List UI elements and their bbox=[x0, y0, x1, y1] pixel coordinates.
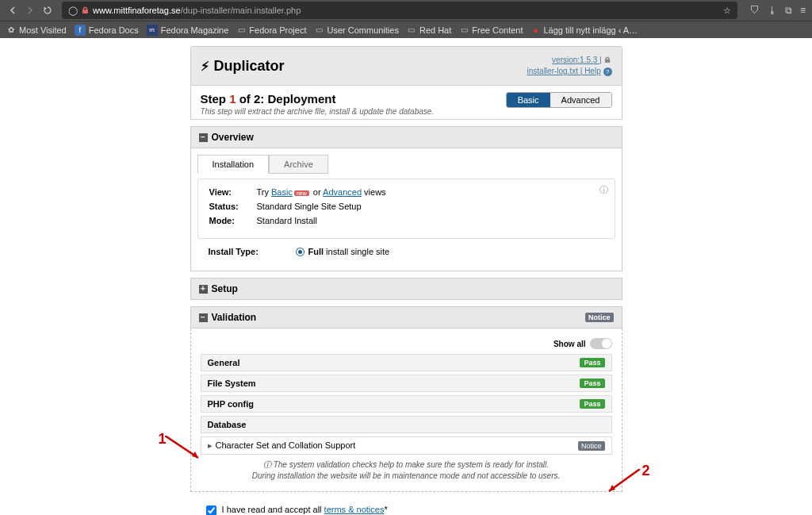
tab-archive[interactable]: Archive bbox=[269, 155, 328, 174]
show-all-toggle[interactable] bbox=[590, 338, 612, 349]
version-link[interactable]: version:1.5.3 | bbox=[552, 56, 602, 64]
collapse-icon: − bbox=[199, 313, 208, 322]
reload-button[interactable] bbox=[41, 4, 54, 17]
terms-link[interactable]: terms & notices bbox=[324, 505, 385, 514]
installer-log-link[interactable]: installer-log.txt | Help bbox=[527, 67, 601, 75]
mode-toggle[interactable]: Basic Advanced bbox=[506, 92, 612, 108]
gear-icon: ✿ bbox=[6, 25, 16, 35]
browser-toolbar: ◯ 🔒︎ www.mittfinaforetag.se/dup-installe… bbox=[0, 0, 812, 21]
info-mode-label: Mode: bbox=[209, 216, 257, 225]
bookmark-free-content[interactable]: ▭Free Content bbox=[459, 25, 523, 35]
bookmark-star-icon[interactable]: ☆ bbox=[723, 6, 731, 16]
folder-icon: ▭ bbox=[314, 25, 324, 35]
install-type-radio[interactable] bbox=[296, 248, 304, 256]
expand-icon: + bbox=[199, 285, 208, 294]
info-view-label: View: bbox=[209, 187, 257, 197]
folder-icon: ▭ bbox=[459, 25, 469, 35]
collapse-icon: − bbox=[199, 133, 208, 142]
validation-row-database[interactable]: Database bbox=[201, 416, 612, 433]
validation-subrow-charset[interactable]: ▸Character Set and Collation SupportNoti… bbox=[201, 436, 612, 455]
section-overview-header[interactable]: −Overview bbox=[190, 126, 622, 148]
install-type-option: Full install single site bbox=[308, 247, 390, 256]
bookmark-fedora-project[interactable]: ▭Fedora Project bbox=[236, 25, 306, 35]
folder-icon: ▭ bbox=[407, 25, 416, 35]
installer-container: ⚡︎Duplicator version:1.5.3 | 🔒︎ installe… bbox=[190, 46, 622, 515]
url-path: /dup-installer/main.installer.php bbox=[181, 6, 301, 15]
bookmark-fedora-magazine[interactable]: mFedora Magazine bbox=[147, 25, 229, 36]
url-bar[interactable]: ◯ 🔒︎ www.mittfinaforetag.se/dup-installe… bbox=[62, 2, 737, 19]
annotation-2: 2 bbox=[642, 463, 649, 479]
bookmark-wordpress[interactable]: ●Lägg till nytt inlägg ‹ A… bbox=[531, 25, 638, 35]
help-icon[interactable]: ? bbox=[603, 67, 612, 76]
step-title: Step 1 of 2: Deployment bbox=[201, 92, 435, 106]
bookmarks-bar: ✿Most Visited fFedora Docs mFedora Magaz… bbox=[0, 21, 812, 38]
advanced-view-link[interactable]: Advanced bbox=[323, 187, 362, 197]
validation-row-phpconfig[interactable]: PHP configPass bbox=[201, 395, 612, 413]
new-badge: new bbox=[294, 190, 309, 196]
section-setup-header[interactable]: +Setup bbox=[190, 278, 622, 300]
app-title: ⚡︎Duplicator bbox=[201, 58, 285, 75]
terms-checkbox[interactable] bbox=[206, 505, 216, 515]
help-icon[interactable]: ⓘ bbox=[599, 184, 608, 196]
info-box: ⓘ View:Try Basicnew or Advanced views St… bbox=[197, 179, 615, 239]
downloads-icon[interactable]: ⭳ bbox=[768, 5, 777, 16]
back-button[interactable] bbox=[6, 4, 19, 17]
bookmark-red-hat[interactable]: ▭Red Hat bbox=[407, 25, 451, 35]
info-icon: ⓘ bbox=[263, 460, 271, 469]
lock-icon: 🔒︎ bbox=[81, 6, 90, 15]
fedora-icon: f bbox=[75, 25, 86, 36]
mode-basic-button[interactable]: Basic bbox=[507, 93, 550, 107]
validation-note: ⓘ The system validation checks help to m… bbox=[201, 459, 612, 482]
extensions-icon[interactable]: ⧉ bbox=[785, 5, 792, 16]
panel-header: ⚡︎Duplicator version:1.5.3 | 🔒︎ installe… bbox=[190, 46, 622, 86]
notice-badge: Notice bbox=[578, 441, 605, 451]
terms-text: I have read and accept all terms & notic… bbox=[222, 505, 388, 514]
bookmark-most-visited[interactable]: ✿Most Visited bbox=[6, 25, 67, 35]
info-status-label: Status: bbox=[209, 202, 257, 211]
validation-row-filesystem[interactable]: File SystemPass bbox=[201, 375, 612, 392]
terms-row: I have read and accept all terms & notic… bbox=[206, 505, 622, 515]
mode-advanced-button[interactable]: Advanced bbox=[550, 93, 611, 107]
info-view-value: Try Basicnew or Advanced views bbox=[257, 187, 386, 197]
overview-body: Installation Archive ⓘ View:Try Basicnew… bbox=[190, 148, 622, 271]
info-status-value: Standard Single Site Setup bbox=[257, 202, 362, 211]
info-mode-value: Standard Install bbox=[257, 216, 317, 225]
validation-body: Show all GeneralPass File SystemPass PHP… bbox=[190, 329, 622, 492]
annotation-1: 1 bbox=[159, 431, 167, 448]
tab-installation[interactable]: Installation bbox=[197, 155, 270, 174]
pass-badge: Pass bbox=[580, 399, 604, 409]
bookmark-fedora-docs[interactable]: fFedora Docs bbox=[75, 25, 139, 36]
step-row: Step 1 of 2: Deployment This step will e… bbox=[190, 86, 622, 120]
pass-badge: Pass bbox=[580, 358, 604, 367]
basic-view-link[interactable]: Basic bbox=[271, 187, 293, 197]
folder-icon: ▭ bbox=[236, 25, 246, 35]
section-validation-header[interactable]: −Validation Notice bbox=[190, 306, 622, 329]
header-links: version:1.5.3 | 🔒︎ installer-log.txt | H… bbox=[527, 55, 612, 77]
pocket-icon[interactable]: ⛉ bbox=[750, 5, 760, 16]
url-domain: www.mittfinaforetag.se bbox=[93, 6, 181, 15]
wordpress-icon: ● bbox=[531, 25, 541, 35]
fedora-mag-icon: m bbox=[147, 25, 158, 36]
forward-button[interactable] bbox=[24, 4, 36, 17]
pass-badge: Pass bbox=[580, 379, 604, 388]
show-all-label: Show all bbox=[553, 340, 586, 348]
validation-row-general[interactable]: GeneralPass bbox=[201, 354, 612, 371]
step-description: This step will extract the archive file,… bbox=[201, 107, 435, 116]
install-type-label: Install Type: bbox=[209, 247, 296, 256]
shield-icon: ◯ bbox=[68, 6, 78, 16]
menu-icon[interactable]: ≡ bbox=[800, 5, 806, 16]
notice-badge: Notice bbox=[585, 313, 614, 322]
bookmark-user-communities[interactable]: ▭User Communities bbox=[314, 25, 398, 35]
bolt-icon: ⚡︎ bbox=[201, 59, 209, 74]
